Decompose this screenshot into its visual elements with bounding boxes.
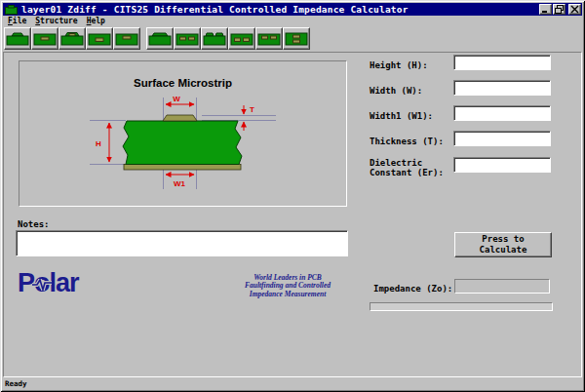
app-icon bbox=[5, 5, 18, 15]
notes-label: Notes: bbox=[18, 219, 50, 229]
dim-label-w1: W1 bbox=[174, 179, 186, 188]
minimize-icon bbox=[541, 5, 550, 14]
polar-logo: P o lar bbox=[18, 270, 79, 296]
pulse-wave-icon bbox=[32, 279, 52, 291]
calculate-button-label-line1: Press to bbox=[455, 234, 551, 245]
signal-trace bbox=[163, 115, 197, 121]
logo-letters-lar: lar bbox=[50, 270, 79, 296]
close-button[interactable] bbox=[568, 4, 581, 15]
restore-button[interactable] bbox=[553, 4, 566, 15]
toolbar-button-dual-stripline[interactable] bbox=[113, 27, 140, 50]
impedance-output-field bbox=[454, 279, 550, 294]
toolbar-button-coated-microstrip[interactable] bbox=[58, 27, 86, 50]
toolbar-button-surface-microstrip[interactable] bbox=[4, 27, 31, 50]
structure-diagram-panel: Surface Microstrip bbox=[19, 60, 347, 207]
ground-plane bbox=[124, 165, 241, 171]
diff-coated-microstrip-icon bbox=[203, 31, 226, 47]
width1-input[interactable] bbox=[453, 105, 551, 121]
brand-tagline: World Leaders in PCB Faultfinding and Co… bbox=[227, 274, 348, 298]
toolbar-button-diff-coated-microstrip[interactable] bbox=[201, 27, 228, 50]
toolbar-button-diff-embedded-microstrip[interactable] bbox=[174, 27, 201, 50]
width1-label: Width1 (W1): bbox=[370, 111, 433, 121]
width-label: Width (W): bbox=[370, 86, 422, 96]
thickness-input[interactable] bbox=[453, 131, 551, 146]
dual-stripline-icon bbox=[115, 31, 138, 47]
dielectric-label-line2: Constant (Er): bbox=[370, 168, 444, 177]
height-label: Height (H): bbox=[370, 60, 428, 70]
calculate-button[interactable]: Press to Calculate bbox=[454, 232, 552, 257]
progress-bar bbox=[370, 302, 553, 311]
height-input[interactable] bbox=[453, 55, 551, 70]
stripline-icon bbox=[88, 31, 111, 47]
toolbar-button-stripline[interactable] bbox=[86, 27, 113, 50]
diff-dual-stripline-icon bbox=[257, 31, 281, 47]
close-icon bbox=[570, 5, 579, 14]
pcb-substrate bbox=[123, 121, 242, 165]
toolbar-button-diff-stripline[interactable] bbox=[228, 27, 255, 50]
toolbar-button-embedded-microstrip[interactable] bbox=[31, 27, 58, 50]
minimize-button[interactable] bbox=[539, 4, 552, 15]
application-window: layer01 Zdiff - CITS25 Differential Cont… bbox=[0, 0, 585, 392]
diff-embedded-microstrip-icon bbox=[176, 31, 199, 47]
impedance-label: Impedance (Zo): bbox=[373, 284, 452, 294]
notes-textarea[interactable] bbox=[16, 230, 348, 256]
thickness-label: Thickness (T): bbox=[370, 137, 444, 146]
embedded-microstrip-icon bbox=[33, 31, 57, 47]
toolbar-button-broadside-coupled-stripline[interactable] bbox=[283, 27, 310, 50]
diff-surface-microstrip-icon bbox=[148, 31, 172, 47]
window-title: layer01 Zdiff - CITS25 Differential Cont… bbox=[21, 4, 409, 15]
width-input[interactable] bbox=[453, 80, 551, 96]
dim-label-t: T bbox=[250, 105, 254, 114]
title-bar[interactable]: layer01 Zdiff - CITS25 Differential Cont… bbox=[3, 3, 582, 16]
coated-microstrip-icon bbox=[60, 31, 84, 47]
client-area: Surface Microstrip bbox=[3, 52, 582, 377]
broadside-coupled-stripline-icon bbox=[285, 31, 308, 47]
surface-microstrip-icon bbox=[6, 31, 29, 47]
toolbar-button-diff-surface-microstrip[interactable] bbox=[146, 27, 174, 50]
structure-toolbar bbox=[4, 27, 310, 51]
logo-letter-o: o bbox=[34, 270, 50, 296]
dim-label-w: W bbox=[173, 95, 180, 103]
calculate-button-label-line2: Calculate bbox=[455, 245, 551, 255]
diff-stripline-icon bbox=[230, 31, 254, 47]
status-text: Ready bbox=[5, 379, 27, 388]
dielectric-label-line1: Dielectric bbox=[370, 158, 422, 168]
tagline-line3: Impedance Measurement bbox=[227, 291, 348, 298]
restore-icon bbox=[555, 5, 564, 14]
cross-section-diagram: W T H W1 bbox=[20, 61, 346, 206]
dim-label-h: H bbox=[96, 139, 101, 148]
toolbar-button-diff-dual-stripline[interactable] bbox=[255, 27, 283, 50]
dielectric-input[interactable] bbox=[453, 157, 551, 173]
status-bar: Ready bbox=[3, 378, 582, 389]
